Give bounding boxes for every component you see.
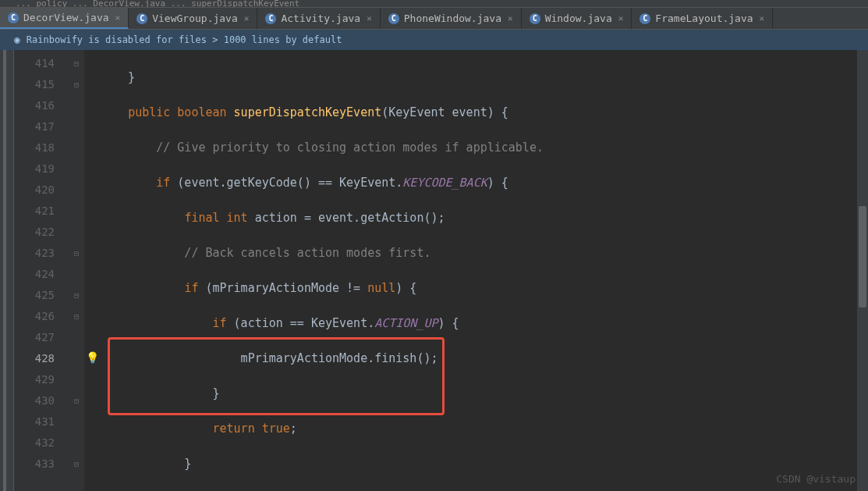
tab-activity[interactable]: C Activity.java ✕	[257, 8, 380, 29]
java-class-icon: C	[265, 13, 276, 24]
line-number[interactable]: 421	[14, 201, 69, 222]
fold-icon[interactable]: ⊟	[69, 53, 84, 74]
close-icon[interactable]: ✕	[618, 13, 624, 23]
editor-tabs: C DecorView.java ✕ C ViewGroup.java ✕ C …	[0, 8, 868, 30]
fold-icon[interactable]: ⊟	[69, 74, 84, 95]
line-number[interactable]: 420	[14, 180, 69, 201]
java-class-icon: C	[136, 13, 147, 24]
tab-viewgroup[interactable]: C ViewGroup.java ✕	[129, 8, 257, 29]
tab-framelayout[interactable]: C FrameLayout.java ✕	[632, 8, 773, 29]
fold-icon[interactable]: ⊟	[69, 285, 84, 306]
java-class-icon: C	[639, 13, 650, 24]
line-number[interactable]: 430	[14, 390, 69, 411]
line-number[interactable]: 422	[14, 222, 69, 243]
line-number[interactable]: 432	[14, 432, 69, 454]
tab-label: FrameLayout.java	[655, 12, 753, 24]
close-icon[interactable]: ✕	[760, 13, 765, 23]
tab-label: Window.java	[545, 12, 612, 24]
breadcrumb-bar: ... policy ... DecorView.java ... superD…	[0, 0, 868, 8]
line-number[interactable]: 429	[14, 369, 69, 390]
close-icon[interactable]: ✕	[508, 13, 513, 23]
watermark: CSDN @vistaup	[776, 473, 856, 485]
eye-icon: ◉	[14, 34, 20, 45]
tab-window[interactable]: C Window.java ✕	[522, 8, 632, 29]
tab-decorview[interactable]: C DecorView.java ✕	[0, 8, 129, 29]
line-number[interactable]: 419	[14, 158, 69, 180]
scrollbar-thumb[interactable]	[859, 206, 866, 308]
left-gutter-strip	[0, 50, 14, 491]
code-editor[interactable]: 414 415 416 417 418 419 420 421 422 423 …	[0, 50, 868, 491]
line-number[interactable]: 431	[14, 411, 69, 432]
line-number[interactable]: 433	[14, 454, 69, 475]
line-number[interactable]: 415	[14, 74, 69, 95]
line-number[interactable]: 417	[14, 116, 69, 137]
line-number[interactable]: 426	[14, 306, 69, 327]
fold-icon[interactable]: ⊟	[69, 306, 84, 327]
info-banner[interactable]: ◉ Rainbowify is disabled for files > 100…	[0, 30, 868, 50]
line-number[interactable]: 428	[14, 348, 69, 369]
java-class-icon: C	[388, 13, 399, 24]
vertical-scrollbar[interactable]	[857, 50, 868, 491]
line-number[interactable]: 416	[14, 95, 69, 116]
line-number[interactable]: 425	[14, 285, 69, 306]
line-number[interactable]: 423	[14, 243, 69, 264]
tab-label: ViewGroup.java	[152, 12, 238, 24]
banner-text: Rainbowify is disabled for files > 1000 …	[27, 34, 342, 45]
java-class-icon: C	[530, 13, 540, 24]
line-number[interactable]: 427	[14, 327, 69, 348]
line-number[interactable]: 414	[14, 53, 69, 74]
java-class-icon: C	[8, 12, 19, 23]
tab-phonewindow[interactable]: C PhoneWindow.java ✕	[381, 8, 522, 29]
line-number[interactable]: 418	[14, 137, 69, 158]
tab-label: PhoneWindow.java	[404, 12, 501, 24]
close-icon[interactable]: ✕	[115, 12, 121, 23]
line-number-gutter: 414 415 416 417 418 419 420 421 422 423 …	[14, 50, 69, 491]
fold-icon[interactable]: ⊟	[69, 243, 84, 264]
close-icon[interactable]: ✕	[244, 13, 250, 23]
tab-label: Activity.java	[281, 12, 360, 24]
fold-icon[interactable]: ⊟	[69, 454, 84, 475]
tab-label: DecorView.java	[23, 12, 109, 23]
close-icon[interactable]: ✕	[367, 13, 372, 23]
code-content[interactable]: } public boolean superDispatchKeyEvent(K…	[84, 50, 868, 491]
fold-gutter: ⊟ ⊟ ⊟ ⊟ ⊟ ⊟ ⊟	[69, 50, 84, 491]
fold-icon[interactable]: ⊟	[69, 390, 84, 411]
line-number[interactable]: 424	[14, 264, 69, 285]
